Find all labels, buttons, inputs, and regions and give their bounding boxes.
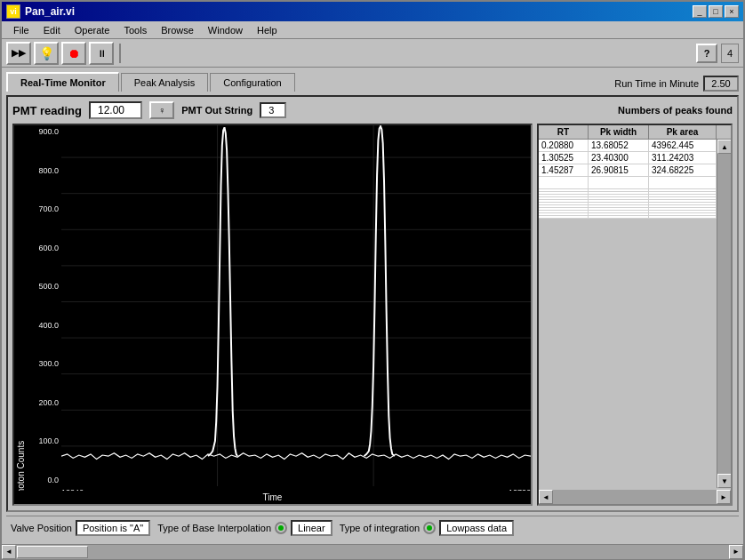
valve-label: Valve Position — [11, 523, 72, 533]
chart-plot — [61, 125, 531, 486]
status-bar: Valve Position Position is "A" Type of B… — [6, 516, 739, 540]
valve-position-group: Valve Position Position is "A" — [11, 520, 150, 536]
bottom-scroll-right[interactable]: ► — [729, 545, 743, 559]
pmt-value: 12.00 — [89, 101, 142, 119]
run-button[interactable]: ▶▶ — [6, 42, 31, 65]
main-window: vi Pan_air.vi _ □ × File Edit Operate To… — [0, 0, 745, 560]
scroll-up-button[interactable]: ▲ — [717, 140, 731, 154]
scroll-down-button[interactable]: ▼ — [717, 474, 731, 488]
indicator-symbol: ♀ — [158, 105, 165, 116]
table-row: 0.20880 13.68052 43962.445 — [539, 140, 717, 152]
peaks-count: 3 — [260, 102, 286, 118]
scrollbar-spacer — [717, 125, 731, 139]
y-tick-1: 100.0 — [28, 436, 61, 445]
y-ticks: 0.0 100.0 200.0 300.0 400.0 500.0 600.0 … — [28, 125, 61, 486]
toolbar-separator — [119, 44, 121, 63]
h-scroll-right-button[interactable]: ► — [717, 490, 731, 504]
tab-realtime[interactable]: Real-Time Monitor — [6, 72, 119, 92]
cell-rt-2: 1.45287 — [539, 164, 589, 176]
integration-radio[interactable] — [423, 522, 436, 534]
cell-area-1: 311.24203 — [649, 152, 717, 164]
bottom-scroll-left[interactable]: ◄ — [2, 545, 16, 559]
tab-configuration[interactable]: Configuration — [210, 73, 294, 92]
num-display: 4 — [721, 44, 739, 63]
y-tick-9: 900.0 — [28, 127, 61, 136]
integration-group: Type of integration Lowpass data — [340, 520, 514, 536]
y-tick-8: 800.0 — [28, 166, 61, 175]
minimize-button[interactable]: _ — [693, 5, 707, 18]
cell-rt-0: 0.20880 — [539, 140, 589, 151]
h-scroll-left-button[interactable]: ◄ — [539, 490, 553, 504]
pmt-out-label: PMT Out String — [181, 105, 252, 116]
cell-width-1: 23.40300 — [589, 152, 649, 164]
menu-window[interactable]: Window — [201, 23, 250, 37]
integration-label: Type of integration — [340, 523, 421, 533]
bottom-scroll-thumb[interactable] — [17, 546, 88, 558]
table-body: 0.20880 13.68052 43962.445 1.30525 23.40… — [539, 140, 717, 488]
interp-value: Linear — [291, 520, 332, 536]
menu-help[interactable]: Help — [250, 23, 284, 37]
panel-area: PMT reading 12.00 ♀ PMT Out String 3 Num… — [6, 95, 739, 512]
help-button[interactable]: ? — [696, 44, 717, 63]
table-vertical-scrollbar: ▲ ▼ — [717, 140, 731, 488]
window-icon: vi — [6, 4, 20, 19]
tab-row: Real-Time Monitor Peak Analysis Configur… — [6, 72, 739, 92]
col-pk-width: Pk width — [589, 125, 649, 139]
runtime-value: 2.50 — [703, 76, 739, 92]
pmt-row: PMT reading 12.00 ♀ PMT Out String 3 Num… — [12, 101, 733, 119]
interp-label: Type of Base Interpolation — [157, 523, 271, 533]
cell-width-2: 26.90815 — [589, 164, 649, 176]
record-button[interactable]: ⏺ — [61, 42, 86, 65]
highlight-button[interactable]: 💡 — [34, 42, 59, 65]
menu-file[interactable]: File — [6, 23, 36, 37]
cell-width-0: 13.68052 — [589, 140, 649, 151]
col-pk-area: Pk area — [649, 125, 717, 139]
y-axis-label: Photon Counts — [14, 125, 28, 504]
y-tick-0: 0.0 — [28, 476, 61, 484]
interp-radio[interactable] — [275, 522, 287, 534]
cell-rt-1: 1.30525 — [539, 152, 589, 164]
col-rt: RT — [539, 125, 589, 139]
table-row: 1.45287 26.90815 324.68225 — [539, 164, 717, 177]
valve-value: Position is "A" — [76, 520, 150, 536]
y-tick-7: 700.0 — [28, 204, 61, 213]
table-row-empty — [539, 216, 717, 219]
title-bar: vi Pan_air.vi _ □ × — [2, 2, 743, 21]
menu-tools[interactable]: Tools — [116, 23, 154, 37]
integration-value: Lowpass data — [439, 520, 514, 536]
h-scroll-track[interactable] — [553, 490, 717, 504]
tab-peak-analysis[interactable]: Peak Analysis — [121, 73, 208, 92]
cell-area-0: 43962.445 — [649, 140, 717, 151]
bottom-scroll-track[interactable] — [16, 545, 729, 559]
chart-table-row: Photon Counts 0.0 100.0 200.0 300.0 400.… — [12, 124, 733, 506]
menu-browse[interactable]: Browse — [154, 23, 201, 37]
pause-button[interactable]: ⏸ — [89, 42, 114, 65]
y-tick-3: 300.0 — [28, 359, 61, 368]
chart-container: Photon Counts 0.0 100.0 200.0 300.0 400.… — [12, 124, 533, 506]
table-row: 1.30525 23.40300 311.24203 — [539, 152, 717, 164]
peaks-label: Numbers of peaks found — [618, 105, 733, 116]
menu-edit[interactable]: Edit — [36, 23, 68, 37]
main-content: Real-Time Monitor Peak Analysis Configur… — [2, 68, 743, 544]
radio-inner-2 — [427, 525, 432, 531]
menu-operate[interactable]: Operate — [68, 23, 117, 37]
table-row-empty — [539, 177, 717, 189]
runtime-label: Run Time in Minute — [614, 78, 699, 89]
chart-inner: Photon Counts 0.0 100.0 200.0 300.0 400.… — [14, 125, 531, 504]
maximize-button[interactable]: □ — [709, 5, 723, 18]
chart-x-label: Time — [14, 491, 531, 504]
chart-svg — [61, 125, 531, 486]
y-tick-5: 500.0 — [28, 282, 61, 291]
radio-inner — [278, 525, 284, 531]
pmt-label: PMT reading — [12, 104, 82, 117]
toolbar: ▶▶ 💡 ⏺ ⏸ ? 4 — [2, 39, 743, 68]
scroll-track[interactable] — [717, 154, 731, 474]
close-button[interactable]: × — [725, 5, 739, 18]
pmt-indicator-button[interactable]: ♀ — [149, 101, 174, 119]
interpolation-group: Type of Base Interpolation Linear — [157, 520, 332, 536]
bottom-scrollbar: ◄ ► — [2, 544, 743, 558]
y-tick-4: 400.0 — [28, 321, 61, 330]
cell-area-2: 324.68225 — [649, 164, 717, 176]
table-header: RT Pk width Pk area — [539, 125, 731, 140]
peaks-table: RT Pk width Pk area 0.20880 13.68052 439… — [537, 124, 733, 506]
